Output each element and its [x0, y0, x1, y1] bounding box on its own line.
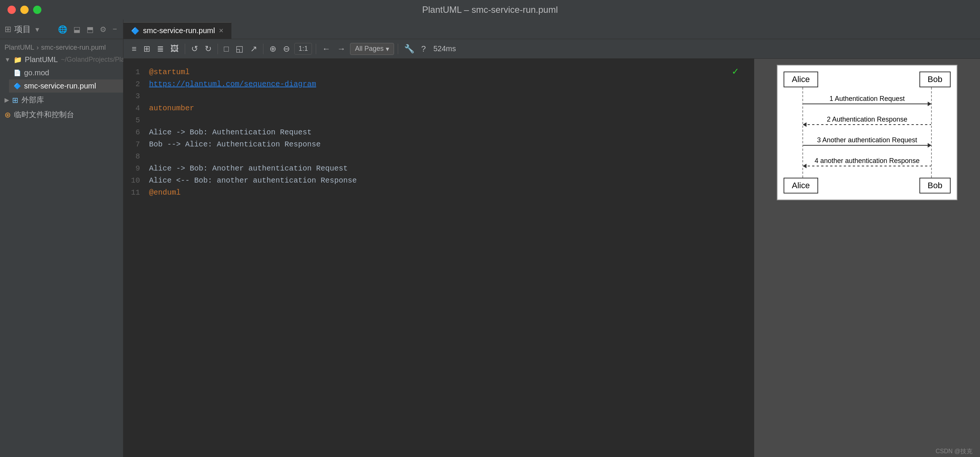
pages-chevron-icon: ▾ [386, 45, 389, 53]
pages-label: All Pages [355, 45, 383, 53]
maximize-button[interactable] [33, 6, 41, 14]
toolbar-split-btn[interactable]: ◱ [233, 43, 246, 55]
seq-actor-bob-top: Bob [920, 72, 951, 88]
toolbar-lines-btn[interactable]: ≣ [155, 43, 166, 55]
chevron-down-icon: ▼ [5, 56, 11, 63]
tab-smc-puml[interactable]: 🔷 smc-service-run.puml ✕ [123, 22, 231, 39]
window-title: PlantUML – smc-service-run.puml [422, 5, 558, 15]
line-num-5: 5 [135, 115, 140, 126]
toolbar-sync-btn[interactable]: ↻ [202, 43, 214, 55]
tab-bar: 🔷 smc-service-run.puml ✕ [123, 19, 980, 39]
line-num-6: 6 [135, 126, 140, 139]
code-line-9-text: Alice -> Bob: Another authentication Req… [149, 162, 348, 175]
toolbar-zoom-out-btn[interactable]: ⊖ [281, 43, 292, 55]
toolbar-sep-5 [398, 44, 398, 54]
seq-msg-2-label: 2 Authentication Response [803, 116, 931, 123]
plantuml-folder-label: PlantUML [25, 55, 58, 64]
code-line-5 [146, 115, 754, 126]
seq-lifeline-bob [931, 88, 932, 178]
sidebar-panel-icon: ⊞ [5, 24, 11, 34]
valid-check-icon: ✓ [732, 66, 739, 77]
minus-icon[interactable]: − [111, 23, 119, 35]
seq-msg-2: 2 Authentication Response [803, 116, 931, 125]
code-autonumber: autonumber [149, 102, 194, 115]
tab-file-icon: 🔷 [131, 27, 139, 35]
toolbar-nav-forward-btn[interactable]: → [335, 43, 348, 55]
seq-lifelines: 1 Authentication Request 2 Authenticatio… [784, 88, 951, 178]
seq-actor-alice-top: Alice [784, 72, 818, 88]
code-line-6: Alice -> Bob: Authentication Request [146, 126, 754, 139]
puml-file-icon: 🔷 [14, 83, 21, 89]
minimize-button[interactable] [20, 6, 29, 14]
toolbar-image-btn[interactable]: 🖼 [168, 43, 181, 55]
sidebar: ⊞ 项目 ▾ 🌐 ⬓ ⬒ ⚙ − PlantUML › smc-service-… [0, 19, 123, 457]
code-line-10: Alice <-- Bob: another authentication Re… [146, 175, 754, 187]
seq-msg-4: 4 another authentication Response [803, 157, 931, 166]
go-file-icon: 📄 [14, 69, 21, 76]
settings-icon[interactable]: ⚙ [98, 23, 108, 35]
code-line-9: Alice -> Bob: Another authentication Req… [146, 162, 754, 175]
code-editor[interactable]: 1 2 3 4 5 6 7 8 9 10 11 @startuml [123, 59, 754, 457]
toolbar-ratio-btn[interactable]: 1:1 [294, 43, 312, 54]
editor-preview-split: 1 2 3 4 5 6 7 8 9 10 11 @startuml [123, 59, 980, 457]
main-layout: ⊞ 项目 ▾ 🌐 ⬓ ⬒ ⚙ − PlantUML › smc-service-… [0, 19, 980, 457]
toolbar-wrench-btn[interactable]: 🔧 [402, 43, 417, 55]
toolbar-export-btn[interactable]: ↗ [248, 43, 259, 55]
sidebar-toolbar: ⊞ 项目 ▾ 🌐 ⬓ ⬒ ⚙ − [0, 19, 123, 39]
seq-actor-bob-bottom: Bob [920, 178, 951, 193]
temp-files-label: 临时文件和控制台 [14, 110, 74, 120]
sidebar-item-go-mod[interactable]: 📄 go.mod [9, 66, 123, 80]
external-libs-label: 外部库 [21, 95, 44, 105]
line-num-8: 8 [135, 151, 140, 162]
sidebar-item-smc-puml[interactable]: 🔷 smc-service-run.puml [9, 80, 123, 92]
seq-msg-1: 1 Authentication Request [803, 95, 931, 104]
line-num-11: 11 [131, 187, 140, 199]
code-line-2: https://plantuml.com/sequence-diagram [146, 78, 754, 90]
sidebar-item-temp-files[interactable]: ⊛ 临时文件和控制台 [0, 107, 123, 122]
close-button[interactable] [8, 6, 16, 14]
code-line-7: Bob --> Alice: Authentication Response [146, 139, 754, 151]
libs-icon: ⊞ [12, 96, 18, 105]
line-num-9: 9 [135, 162, 140, 175]
sidebar-dropdown-icon[interactable]: ▾ [34, 23, 41, 35]
code-line-11: @enduml [146, 187, 754, 199]
toolbar-time-label: 524ms [433, 45, 456, 53]
tab-close-icon[interactable]: ✕ [219, 27, 224, 34]
layout-icon[interactable]: ⬓ [72, 23, 82, 35]
breadcrumb: PlantUML › smc-service-run.puml [0, 42, 123, 53]
toolbar-nav-back-btn[interactable]: ← [320, 43, 332, 55]
toolbar-box-btn[interactable]: □ [222, 43, 231, 55]
code-url: https://plantuml.com/sequence-diagram [149, 78, 316, 90]
credit-label: CSDN @技克 [935, 448, 972, 454]
globe-icon[interactable]: 🌐 [56, 23, 69, 35]
line-num-2: 2 [135, 78, 140, 90]
seq-msg-3-arrow [803, 145, 931, 146]
toolbar-sep-4 [316, 44, 316, 54]
toolbar-list-btn[interactable]: ≡ [129, 43, 139, 55]
seq-msg-2-arrow [803, 124, 931, 125]
seq-msg-4-arrow [803, 166, 931, 166]
line-numbers: 1 2 3 4 5 6 7 8 9 10 11 [123, 59, 146, 457]
toolbar-pages-btn[interactable]: All Pages ▾ [350, 43, 394, 55]
chevron-right-icon: ▶ [5, 96, 9, 104]
code-line-7-text: Bob --> Alice: Authentication Response [149, 139, 321, 151]
seq-actor-alice-bottom: Alice [784, 178, 818, 193]
tab-label: smc-service-run.puml [143, 26, 215, 35]
code-line-6-text: Alice -> Bob: Authentication Request [149, 126, 312, 139]
plantuml-path-label: ~/GolandProjects/Plant [61, 56, 130, 64]
code-enduml: @enduml [149, 187, 181, 199]
seq-msg-1-label: 1 Authentication Request [803, 95, 931, 103]
toolbar-help-btn[interactable]: ? [419, 43, 428, 55]
sidebar-toolbar-label: 项目 [14, 24, 31, 35]
toolbar-grid-btn[interactable]: ⊞ [141, 43, 153, 55]
seq-msg-4-label: 4 another authentication Response [803, 157, 931, 165]
smc-puml-label: smc-service-run.puml [24, 82, 96, 90]
sidebar-item-external-libs[interactable]: ▶ ⊞ 外部库 [0, 92, 123, 107]
go-mod-label: go.mod [24, 68, 49, 77]
toolbar-refresh-btn[interactable]: ↺ [189, 43, 200, 55]
toolbar-zoom-in-btn[interactable]: ⊕ [267, 43, 278, 55]
status-bar: CSDN @技克 [928, 446, 980, 457]
seq-actors-bottom: Alice Bob [784, 178, 951, 193]
another-layout-icon[interactable]: ⬒ [85, 23, 95, 35]
sidebar-item-plantuml[interactable]: ▼ 📁 PlantUML ~/GolandProjects/Plant [0, 53, 123, 66]
